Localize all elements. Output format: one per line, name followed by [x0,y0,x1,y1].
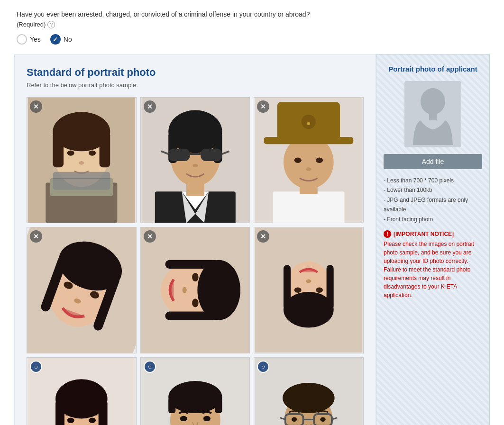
notice-body: Please check the images on portrait phot… [384,240,482,299]
svg-rect-5 [53,132,64,168]
notice-header-text: [IMPORTANT NOTICE] [394,230,454,238]
svg-rect-58 [327,265,334,310]
question-section: Have you ever been arrested, charged, or… [14,9,490,45]
svg-rect-22 [168,149,190,161]
svg-point-89 [283,383,335,413]
badge-o-1: ○ [30,361,42,373]
face-correct3-svg [254,358,363,425]
avatar-placeholder [404,81,461,147]
help-icon[interactable]: ? [47,21,55,28]
svg-point-83 [203,416,210,421]
svg-point-71 [67,417,74,423]
badge-x-5: ✕ [144,230,156,243]
req-facing: - Front facing photo [384,215,482,224]
warning-icon: ! [384,230,391,238]
svg-rect-51 [165,312,219,320]
svg-point-79 [168,381,222,413]
svg-point-95 [292,417,297,421]
add-file-button[interactable]: Add file [384,154,482,169]
req-pixels: - Less than 700 * 700 pixels [384,176,482,185]
svg-rect-81 [215,397,222,413]
radio-option-no[interactable]: No [50,34,72,45]
portrait-title: Standard of portrait photo [27,66,364,79]
radio-option-yes[interactable]: Yes [17,34,41,45]
svg-rect-59 [284,265,291,310]
svg-rect-50 [165,260,219,269]
svg-point-27 [192,164,198,168]
radio-no-label: No [64,36,72,43]
main-content: Standard of portrait photo Refer to the … [14,54,490,425]
photo-cell-scarf: ✕ [27,97,137,223]
photo-cell-correct2: ○ [140,357,250,425]
svg-point-37 [316,158,323,163]
badge-o-3: ○ [257,361,269,373]
photo-cell-tilted: ✕ [27,227,137,353]
photo-cell-correct1: ○ [27,357,137,425]
radio-yes-label: Yes [30,36,41,43]
radio-group: Yes No [17,34,490,45]
radio-yes[interactable] [17,34,27,45]
photo-cell-upsidedown: ✕ [254,227,364,353]
badge-x-1: ✕ [30,100,42,113]
page-wrapper: Have you ever been arrested, charged, or… [0,0,504,425]
portrait-standard-panel: Standard of portrait photo Refer to the … [14,54,376,425]
upload-panel: Portrait photo of applicant Add file - L… [376,54,490,425]
svg-rect-80 [168,397,175,413]
face-correct2-svg [141,358,250,425]
svg-text:●: ● [307,119,311,127]
face-sunglasses-svg [141,98,250,223]
svg-point-72 [89,417,96,423]
face-tilted-svg [27,227,137,353]
avatar-silhouette [409,83,457,145]
photo-cell-sunglasses: ✕ [140,97,250,223]
svg-point-9 [79,161,84,165]
important-notice: ! [IMPORTANT NOTICE] Please check the im… [384,230,482,299]
svg-point-38 [306,167,311,171]
svg-rect-6 [100,132,110,168]
upload-panel-title: Portrait photo of applicant [388,64,477,74]
badge-x-2: ✕ [144,100,156,113]
photo-cell-correct3: ○ [254,357,364,425]
question-text: Have you ever been arrested, charged, or… [17,9,490,29]
svg-point-96 [321,417,326,421]
req-format: - JPG and JPEG formats are only availabl… [384,195,482,215]
face-hat-svg: ● [254,98,363,223]
badge-o-2: ○ [144,361,156,373]
face-scarf-svg [27,98,136,223]
portrait-subtitle: Refer to the below portrait photo sample… [27,81,364,89]
photo-cell-hat: ✕ ● [254,97,364,223]
face-sideways-svg [140,227,250,353]
svg-rect-23 [201,149,222,161]
svg-point-8 [89,150,96,155]
svg-point-36 [294,158,302,163]
radio-no[interactable] [50,34,61,45]
svg-point-97 [421,88,445,115]
svg-point-7 [67,150,74,155]
required-label: (Required) [17,21,46,28]
question-label: Have you ever been arrested, charged, or… [17,10,310,18]
svg-rect-98 [429,113,437,120]
svg-rect-10 [53,172,110,190]
face-upsidedown-svg [254,227,363,353]
svg-rect-29 [273,191,345,223]
svg-rect-69 [55,399,64,425]
req-size: - Lower than 100kb [384,185,482,195]
photo-cell-sideways: ✕ [140,227,250,353]
photo-grid: ✕ [27,97,364,425]
svg-point-82 [180,416,187,421]
upload-requirements: - Less than 700 * 700 pixels - Lower tha… [384,176,482,224]
svg-rect-70 [99,399,108,425]
face-correct1-svg [27,358,136,425]
